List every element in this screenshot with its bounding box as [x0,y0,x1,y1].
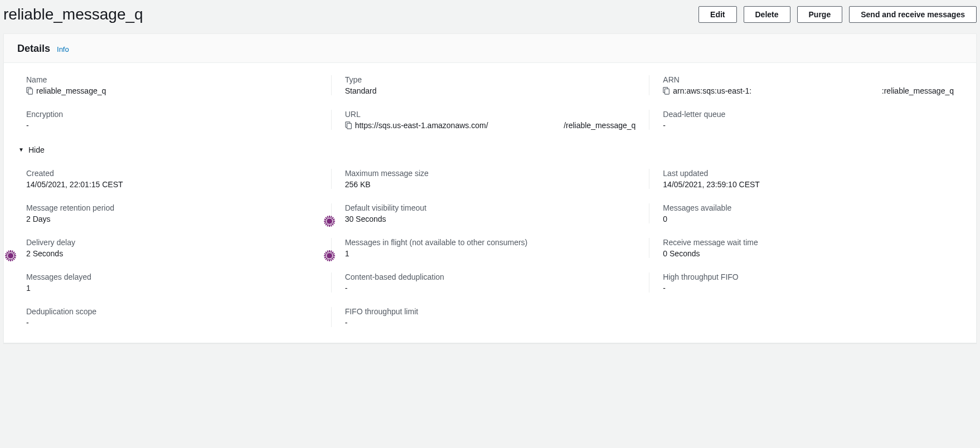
field-msgs-available: Messages available 0 [649,203,967,223]
hide-toggle[interactable]: ▼ Hide [18,145,45,154]
field-fifo-limit: FIFO throughput limit - [331,307,649,327]
field-label: ARN [663,75,954,84]
edit-button[interactable]: Edit [698,6,736,23]
field-label: Delivery delay [26,238,318,247]
field-value: - [345,284,636,293]
field-delivery-delay: Delivery delay 2 Seconds [13,238,331,258]
field-value: 2 Days [26,215,318,223]
field-dedup-scope: Deduplication scope - [13,307,331,327]
field-label: Messages delayed [26,272,318,281]
field-value: reliable_message_q [26,86,318,95]
highlight-badge-icon [5,250,16,261]
field-label: Message retention period [26,203,318,212]
field-value: - [663,121,954,130]
field-value: 1 [345,249,636,258]
field-label: FIFO throughput limit [345,307,636,316]
field-value: 14/05/2021, 23:59:10 CEST [663,180,954,189]
purge-button[interactable]: Purge [797,6,843,23]
details-panel-header: Details Info [4,34,976,63]
value-text-suffix: /reliable_message_q [564,121,635,130]
field-value: https://sqs.us-east-1.amazonaws.com/ /re… [345,121,636,130]
field-value: 256 KB [345,180,636,189]
field-name: Name reliable_message_q [13,75,331,95]
highlight-badge-icon [324,250,335,261]
field-label: High throughput FIFO [663,272,954,281]
field-max-msg-size: Maximum message size 256 KB [331,169,649,189]
field-value: - [26,318,318,327]
value-text-prefix: arn:aws:sqs:us-east-1: [673,86,751,95]
field-value: 2 Seconds [26,249,318,258]
field-type: Type Standard [331,75,649,95]
details-panel: Details Info Name reliable_message_q Typ… [3,33,977,343]
copy-icon[interactable] [26,87,34,95]
field-msgs-delayed: Messages delayed 1 [13,272,331,293]
field-encryption: Encryption - [13,110,331,130]
field-value: Standard [345,86,636,95]
field-label: Encryption [26,110,318,119]
highlight-badge-icon [324,216,335,227]
toggle-row: ▼ Hide [13,144,967,154]
field-receive-wait: Receive message wait time 0 Seconds [649,238,967,258]
field-label: Last updated [663,169,954,178]
details-title: Details [17,43,50,55]
details-grid: Name reliable_message_q Type Standard AR… [13,75,967,327]
field-value: 30 Seconds [345,215,636,223]
field-value: 0 [663,215,954,223]
page-title: reliable_message_q [3,6,143,23]
field-value: arn:aws:sqs:us-east-1: :reliable_message… [663,86,954,95]
field-value: - [26,121,318,130]
field-value: 0 Seconds [663,249,954,258]
field-visibility-timeout: Default visibility timeout 30 Seconds [331,203,649,223]
field-url: URL https://sqs.us-east-1.amazonaws.com/… [331,110,649,130]
field-label: Created [26,169,318,178]
field-retention: Message retention period 2 Days [13,203,331,223]
value-text-prefix: https://sqs.us-east-1.amazonaws.com/ [355,121,488,130]
field-dlq: Dead-letter queue - [649,110,967,130]
copy-icon[interactable] [663,87,671,95]
field-label: Messages in flight (not available to oth… [345,238,636,247]
field-last-updated: Last updated 14/05/2021, 23:59:10 CEST [649,169,967,189]
toggle-label: Hide [28,145,45,154]
field-label: Type [345,75,636,84]
field-label: Default visibility timeout [345,203,636,212]
field-arn: ARN arn:aws:sqs:us-east-1: :reliable_mes… [649,75,967,95]
field-value: - [345,318,636,327]
page-header: reliable_message_q Edit Delete Purge Sen… [0,0,980,33]
field-label: Deduplication scope [26,307,318,316]
field-label: Dead-letter queue [663,110,954,119]
field-value: 1 [26,284,318,293]
field-label: Name [26,75,318,84]
details-body: Name reliable_message_q Type Standard AR… [4,63,976,343]
field-label: Maximum message size [345,169,636,178]
info-link[interactable]: Info [57,45,69,53]
field-label: Receive message wait time [663,238,954,247]
field-created: Created 14/05/2021, 22:01:15 CEST [13,169,331,189]
value-text-suffix: :reliable_message_q [882,86,954,95]
field-label: Messages available [663,203,954,212]
action-bar: Edit Delete Purge Send and receive messa… [698,6,977,23]
field-high-throughput: High throughput FIFO - [649,272,967,293]
value-text: reliable_message_q [36,86,106,95]
field-label: URL [345,110,636,119]
send-receive-button[interactable]: Send and receive messages [849,6,977,23]
chevron-down-icon: ▼ [18,147,24,153]
field-empty [649,307,967,327]
field-value: - [663,284,954,293]
field-content-dedup: Content-based deduplication - [331,272,649,293]
field-value: 14/05/2021, 22:01:15 CEST [26,180,318,189]
delete-button[interactable]: Delete [744,6,790,23]
field-label: Content-based deduplication [345,272,636,281]
copy-icon[interactable] [345,121,353,129]
field-in-flight: Messages in flight (not available to oth… [331,238,649,258]
